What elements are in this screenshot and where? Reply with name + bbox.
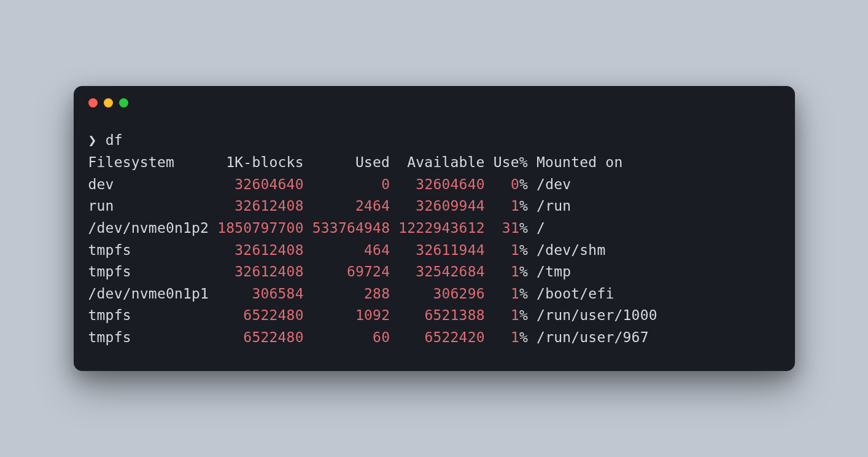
usepct-cell: 1 [511, 198, 519, 214]
fs-cell: /dev/nvme0n1p2 [88, 220, 218, 236]
used-cell: 1092 [312, 307, 390, 323]
blocks-cell: 32612408 [217, 264, 303, 279]
usepct-cell: 1 [511, 242, 519, 258]
maximize-icon[interactable] [119, 98, 128, 107]
fs-cell: dev [88, 176, 218, 192]
terminal-window: ❯ df Filesystem 1K-blocks Used Available… [74, 86, 795, 370]
df-header-row: Filesystem 1K-blocks Used Available Use%… [88, 154, 623, 170]
available-cell: 6521388 [398, 307, 484, 323]
mount-cell: /boot/efi [537, 286, 614, 302]
mount-cell: /run/user/967 [537, 329, 649, 345]
usepct-cell: 1 [511, 307, 519, 323]
minimize-icon[interactable] [104, 98, 113, 107]
df-output: dev 32604640 0 32604640 0% /dev run 3261… [88, 176, 657, 345]
blocks-cell: 6522480 [217, 329, 303, 345]
usepct-cell: 1 [511, 286, 519, 302]
blocks-cell: 1850797700 [217, 220, 303, 236]
available-cell: 32604640 [398, 176, 484, 192]
usepct-cell: 31 [502, 220, 519, 236]
used-cell: 0 [312, 176, 390, 192]
fs-cell: tmpfs [88, 242, 218, 258]
used-cell: 533764948 [312, 220, 390, 236]
fs-cell: tmpfs [88, 329, 218, 345]
mount-cell: /dev/shm [537, 242, 605, 258]
available-cell: 1222943612 [398, 220, 484, 236]
terminal-body[interactable]: ❯ df Filesystem 1K-blocks Used Available… [74, 112, 795, 370]
fs-cell: tmpfs [88, 264, 218, 279]
fs-cell: /dev/nvme0n1p1 [88, 286, 218, 302]
prompt-symbol: ❯ [88, 132, 97, 148]
blocks-cell: 32604640 [217, 176, 303, 192]
usepct-cell: 1 [511, 264, 519, 279]
fs-cell: tmpfs [88, 307, 218, 323]
used-cell: 288 [312, 286, 390, 302]
mount-cell: /run [537, 198, 571, 214]
mount-cell: /tmp [537, 264, 571, 279]
used-cell: 60 [312, 329, 390, 345]
used-cell: 69724 [312, 264, 390, 279]
blocks-cell: 6522480 [217, 307, 303, 323]
mount-cell: / [537, 220, 545, 236]
used-cell: 2464 [312, 198, 390, 214]
blocks-cell: 32612408 [217, 198, 303, 214]
available-cell: 32609944 [398, 198, 484, 214]
mount-cell: /run/user/1000 [537, 307, 657, 323]
available-cell: 32611944 [398, 242, 484, 258]
mount-cell: /dev [537, 176, 571, 192]
used-cell: 464 [312, 242, 390, 258]
usepct-cell: 1 [511, 329, 519, 345]
available-cell: 306296 [398, 286, 484, 302]
blocks-cell: 32612408 [217, 242, 303, 258]
available-cell: 6522420 [398, 329, 484, 345]
close-icon[interactable] [88, 98, 98, 107]
window-titlebar [74, 86, 795, 112]
fs-cell: run [88, 198, 218, 214]
available-cell: 32542684 [398, 264, 484, 279]
blocks-cell: 306584 [217, 286, 303, 302]
command-text: df [106, 132, 123, 148]
usepct-cell: 0 [511, 176, 519, 192]
